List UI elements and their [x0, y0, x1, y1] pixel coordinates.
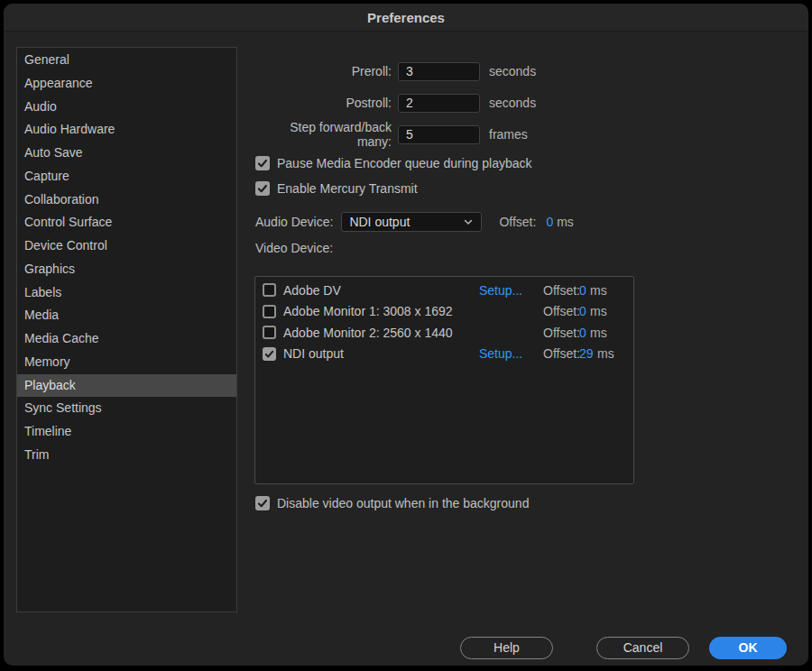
offset-unit: ms	[590, 304, 607, 318]
pause-encoder-checkbox[interactable]	[255, 156, 270, 170]
adobe-dv-checkbox[interactable]	[263, 283, 276, 297]
offset-label: Offset:	[543, 326, 580, 340]
video-device-row-monitor-2: Adobe Monitor 2: 2560 x 1440 Offset: 0 m…	[255, 322, 633, 344]
preroll-label: Preroll:	[254, 64, 392, 78]
audio-offset-label: Offset:	[499, 215, 536, 229]
device-name: Adobe Monitor 2: 2560 x 1440	[283, 326, 453, 340]
preroll-row: Preroll: seconds	[254, 59, 536, 84]
disable-bg-checkbox[interactable]	[255, 496, 270, 510]
offset-unit: ms	[590, 283, 607, 298]
audio-offset-value[interactable]: 0	[546, 215, 553, 229]
audio-device-row: Audio Device: NDI output Offset: 0 ms	[255, 210, 574, 234]
checkmark-icon	[257, 158, 268, 169]
sidebar-item-media-cache[interactable]: Media Cache	[17, 327, 236, 351]
category-sidebar: General Appearance Audio Audio Hardware …	[16, 47, 237, 612]
audio-device-dropdown[interactable]: NDI output	[341, 212, 482, 232]
video-device-label-row: Video Device:	[255, 239, 333, 257]
sidebar-item-device-control[interactable]: Device Control	[17, 234, 236, 258]
mercury-checkbox[interactable]	[255, 181, 270, 196]
offset-label: Offset:	[543, 283, 580, 298]
preroll-input[interactable]	[398, 62, 480, 81]
sidebar-item-playback[interactable]: Playback	[17, 374, 236, 398]
sidebar-item-sync-settings[interactable]: Sync Settings	[17, 397, 236, 420]
pause-encoder-label: Pause Media Encoder queue during playbac…	[277, 156, 532, 170]
video-device-row-adobe-dv: Adobe DV Setup... Offset: 0 ms	[255, 280, 633, 301]
sidebar-item-capture[interactable]: Capture	[17, 165, 236, 188]
device-name: Adobe DV	[283, 283, 341, 298]
postroll-suffix: seconds	[489, 96, 536, 110]
help-button[interactable]: Help	[460, 637, 553, 659]
step-row: Step forward/back many: frames	[254, 122, 528, 147]
postroll-input[interactable]	[398, 94, 480, 113]
chevron-down-icon	[463, 216, 474, 227]
offset-label: Offset:	[543, 304, 580, 318]
device-name: Adobe Monitor 1: 3008 x 1692	[283, 304, 453, 318]
preferences-dialog: Preferences General Appearance Audio Aud…	[4, 4, 808, 666]
audio-device-label: Audio Device:	[255, 215, 333, 229]
audio-offset-unit: ms	[557, 215, 574, 229]
preroll-suffix: seconds	[489, 64, 536, 78]
ok-button[interactable]: OK	[709, 637, 787, 659]
audio-device-value: NDI output	[349, 215, 410, 229]
offset-label: Offset:	[543, 346, 580, 361]
step-label: Step forward/back many:	[254, 120, 392, 149]
video-device-row-monitor-1: Adobe Monitor 1: 3008 x 1692 Offset: 0 m…	[255, 301, 633, 323]
postroll-row: Postroll: seconds	[254, 90, 536, 115]
mercury-label: Enable Mercury Transmit	[277, 181, 418, 196]
step-input[interactable]	[398, 125, 480, 144]
sidebar-item-memory[interactable]: Memory	[17, 351, 236, 374]
video-device-label: Video Device:	[255, 241, 333, 255]
sidebar-item-audio-hardware[interactable]: Audio Hardware	[17, 118, 236, 142]
ndi-setup-link[interactable]: Setup...	[479, 346, 522, 361]
sidebar-item-trim[interactable]: Trim	[17, 444, 236, 467]
sidebar-item-collaboration[interactable]: Collaboration	[17, 188, 236, 212]
cancel-button[interactable]: Cancel	[596, 637, 689, 659]
monitor-2-checkbox[interactable]	[263, 326, 276, 339]
monitor-1-checkbox[interactable]	[263, 305, 276, 318]
checkmark-icon	[257, 498, 268, 509]
video-device-list: Adobe DV Setup... Offset: 0 ms Adobe Mon…	[254, 276, 634, 484]
sidebar-item-general[interactable]: General	[17, 49, 236, 72]
sidebar-item-media[interactable]: Media	[17, 304, 236, 327]
sidebar-item-audio[interactable]: Audio	[17, 96, 236, 119]
device-name: NDI output	[283, 346, 344, 361]
ndi-output-checkbox[interactable]	[263, 347, 276, 361]
postroll-label: Postroll:	[254, 96, 392, 110]
sidebar-item-control-surface[interactable]: Control Surface	[17, 211, 236, 234]
sidebar-item-auto-save[interactable]: Auto Save	[17, 142, 236, 165]
pause-encoder-row: Pause Media Encoder queue during playbac…	[255, 153, 532, 173]
disable-bg-label: Disable video output when in the backgro…	[277, 496, 529, 510]
sidebar-item-appearance[interactable]: Appearance	[17, 72, 236, 96]
disable-bg-row: Disable video output when in the backgro…	[255, 493, 529, 513]
sidebar-item-timeline[interactable]: Timeline	[17, 420, 236, 444]
adobe-dv-setup-link[interactable]: Setup...	[479, 283, 522, 298]
sidebar-item-labels[interactable]: Labels	[17, 281, 236, 305]
step-suffix: frames	[489, 127, 528, 142]
offset-unit: ms	[597, 346, 614, 361]
dialog-title: Preferences	[4, 4, 808, 32]
sidebar-item-graphics[interactable]: Graphics	[17, 258, 236, 281]
offset-value[interactable]: 0	[579, 326, 586, 340]
offset-value[interactable]: 0	[579, 283, 586, 298]
offset-unit: ms	[590, 326, 607, 340]
offset-value[interactable]: 29	[579, 346, 594, 361]
offset-value[interactable]: 0	[579, 304, 586, 318]
video-device-row-ndi-output: NDI output Setup... Offset: 29 ms	[255, 344, 633, 365]
checkmark-icon	[264, 349, 274, 359]
checkmark-icon	[257, 183, 268, 194]
mercury-row: Enable Mercury Transmit	[255, 179, 418, 198]
